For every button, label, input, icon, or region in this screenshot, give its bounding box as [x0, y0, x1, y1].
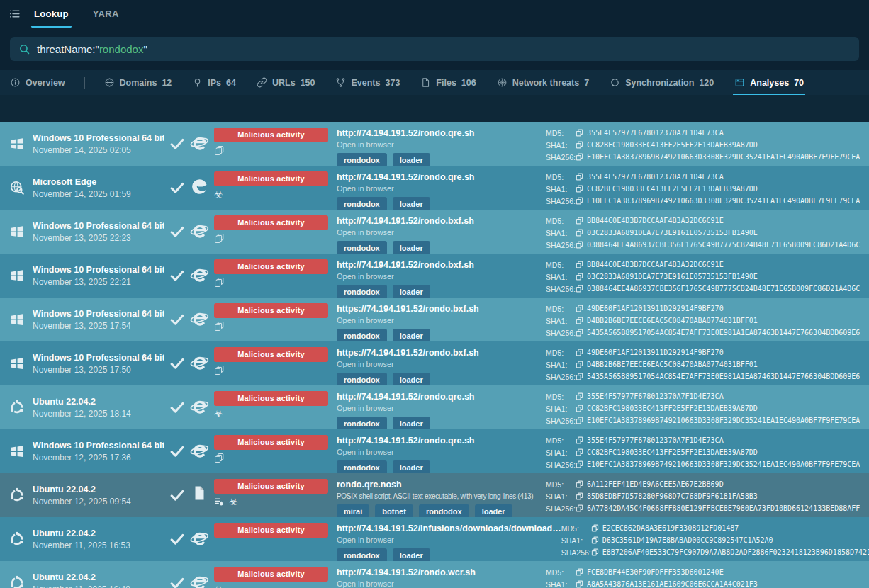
open-in-browser-link[interactable]: Open in browser [337, 360, 546, 368]
tag-loader[interactable]: loader [393, 460, 430, 475]
tag-loader[interactable]: loader [393, 329, 430, 343]
copy-md5-icon[interactable] [576, 305, 583, 312]
open-in-browser-link[interactable]: Open in browser [337, 536, 561, 544]
analysis-url[interactable]: http://74.194.191.52/rondo.qre.sh [337, 392, 546, 402]
analysis-url[interactable]: http://74.194.191.52/rondo.qre.sh [337, 128, 546, 138]
analysis-row[interactable]: Ubuntu 22.04.2November 12, 2025 09:54Mal… [0, 473, 869, 517]
copy-md5-icon[interactable] [576, 480, 583, 488]
tag-rondodox[interactable]: rondodox [337, 241, 387, 255]
copy-sha1-icon[interactable] [576, 492, 583, 500]
copy-sha256-icon[interactable] [576, 197, 583, 205]
copy-sha256-icon[interactable] [576, 460, 583, 468]
tag-rondodox[interactable]: rondodox [337, 329, 387, 343]
tag-rondodox[interactable]: rondodox [337, 153, 387, 167]
tag-loader[interactable]: loader [393, 153, 430, 167]
analysis-row[interactable]: Windows 10 Professional 64 bitNovember 1… [0, 210, 869, 254]
tag-loader[interactable]: loader [393, 241, 430, 255]
tag-rondodox[interactable]: rondodox [337, 197, 387, 211]
target-cell: http://74.194.191.52/rondo.bxf.shOpen in… [337, 210, 546, 254]
copy-md5-icon[interactable] [576, 129, 583, 137]
copy-sha256-icon[interactable] [576, 241, 583, 249]
menu-icon[interactable] [9, 0, 21, 28]
analysis-row[interactable]: Ubuntu 22.04.2November 12, 2025 18:14Mal… [0, 385, 869, 429]
tab-urls[interactable]: URLs150 [255, 70, 317, 95]
open-in-browser-link[interactable]: Open in browser [337, 140, 546, 149]
tag-rondodox[interactable]: rondodox [337, 373, 387, 387]
open-in-browser-link[interactable]: Open in browser [337, 579, 546, 588]
tag-loader[interactable]: loader [393, 197, 430, 211]
tab-ips[interactable]: IPs64 [191, 70, 237, 95]
tab-overview[interactable]: Overview [9, 70, 67, 95]
file-name[interactable]: rondo.qre.nosh [337, 480, 546, 490]
copy-md5-icon[interactable] [576, 392, 583, 400]
copy-sha256-icon[interactable] [576, 153, 583, 161]
analysis-url[interactable]: https://74.194.191.52/rondo.bxf.sh [337, 348, 546, 358]
copy-md5-icon[interactable] [576, 349, 583, 356]
copy-md5-icon[interactable] [576, 217, 583, 225]
open-in-browser-link[interactable]: Open in browser [337, 316, 546, 324]
copy-sha256-icon[interactable] [576, 373, 583, 380]
analysis-row[interactable]: Windows 10 Professional 64 bitNovember 1… [0, 122, 869, 166]
copy-sha1-icon[interactable] [576, 361, 583, 368]
tag-loader[interactable]: loader [475, 504, 512, 519]
copy-md5-icon[interactable] [576, 568, 583, 576]
tab-analyses[interactable]: Analyses70 [733, 70, 805, 95]
tag-rondodox[interactable]: rondodox [337, 460, 387, 475]
copy-sha256-icon[interactable] [576, 504, 583, 512]
copy-sha1-icon[interactable] [576, 405, 583, 412]
analysis-url[interactable]: http://74.194.191.52/rondo.qre.sh [337, 172, 546, 182]
analysis-row[interactable]: Ubuntu 22.04.2November 11, 2025 16:49Mal… [0, 561, 869, 588]
copy-sha1-icon[interactable] [576, 229, 583, 237]
tag-loader[interactable]: loader [393, 548, 430, 562]
copy-md5-icon[interactable] [576, 436, 583, 444]
analysis-url[interactable]: https://74.194.191.52/rondo.bxf.sh [337, 304, 546, 314]
tag-loader[interactable]: loader [393, 285, 430, 299]
copy-sha1-icon[interactable] [576, 273, 583, 281]
analysis-row[interactable]: Windows 10 Professional 64 bitNovember 1… [0, 429, 869, 473]
tag-rondodox[interactable]: rondodox [419, 504, 469, 519]
open-in-browser-link[interactable]: Open in browser [337, 184, 546, 193]
open-in-browser-link[interactable]: Open in browser [337, 228, 546, 237]
analysis-url[interactable]: http://74.194.191.52/rondo.bxf.sh [337, 216, 546, 226]
copy-sha1-icon[interactable] [576, 185, 583, 193]
tab-network-threats[interactable]: Network threats7 [495, 70, 590, 95]
copy-sha1-icon[interactable] [576, 580, 583, 588]
open-in-browser-link[interactable]: Open in browser [337, 404, 546, 412]
analysis-row[interactable]: Windows 10 Professional 64 bitNovember 1… [0, 341, 869, 385]
analysis-url[interactable]: http://74.194.191.52/rondo.wcr.sh [337, 567, 546, 577]
copy-md5-icon[interactable] [591, 524, 599, 532]
analysis-url[interactable]: http://74.194.191.52/infusions/downloads… [337, 524, 561, 533]
tag-botnet[interactable]: botnet [375, 504, 413, 519]
open-in-browser-link[interactable]: Open in browser [337, 448, 546, 456]
top-tab-lookup[interactable]: Lookup [31, 0, 72, 28]
copy-sha1-icon[interactable] [576, 141, 583, 149]
copy-sha1-icon[interactable] [576, 317, 583, 324]
analysis-row[interactable]: Ubuntu 22.04.2November 11, 2025 16:53Mal… [0, 517, 869, 561]
copy-md5-icon[interactable] [576, 173, 583, 181]
copy-sha256-icon[interactable] [576, 285, 583, 293]
search-input[interactable]: threatName:"rondodox" [10, 37, 859, 61]
tag-mirai[interactable]: mirai [337, 504, 369, 519]
tag-loader[interactable]: loader [393, 373, 430, 387]
tag-rondodox[interactable]: rondodox [337, 548, 387, 562]
copy-sha1-icon[interactable] [591, 536, 599, 544]
copy-sha256-icon[interactable] [576, 417, 583, 424]
analysis-url[interactable]: http://74.194.191.52/rondo.qre.sh [337, 436, 546, 446]
top-tab-yara[interactable]: YARA [90, 0, 122, 28]
copy-sha256-icon[interactable] [591, 548, 599, 556]
copy-sha256-icon[interactable] [576, 329, 583, 337]
open-in-browser-link[interactable]: Open in browser [337, 272, 546, 281]
tab-synchronization[interactable]: Synchronization120 [608, 70, 715, 95]
tag-rondodox[interactable]: rondodox [337, 417, 387, 431]
tag-rondodox[interactable]: rondodox [337, 285, 387, 299]
tab-events[interactable]: Events373 [334, 70, 401, 95]
tab-domains[interactable]: Domains12 [103, 70, 174, 95]
analysis-row[interactable]: Windows 10 Professional 64 bitNovember 1… [0, 254, 869, 298]
tag-loader[interactable]: loader [393, 417, 430, 431]
analysis-row[interactable]: Windows 10 Professional 64 bitNovember 1… [0, 298, 869, 341]
analysis-url[interactable]: http://74.194.191.52/rondo.bxf.sh [337, 260, 546, 270]
tab-files[interactable]: Files106 [419, 70, 477, 95]
copy-md5-icon[interactable] [576, 261, 583, 268]
copy-sha1-icon[interactable] [576, 448, 583, 456]
analysis-row[interactable]: Microsoft EdgeNovember 14, 2025 01:59Mal… [0, 166, 869, 210]
